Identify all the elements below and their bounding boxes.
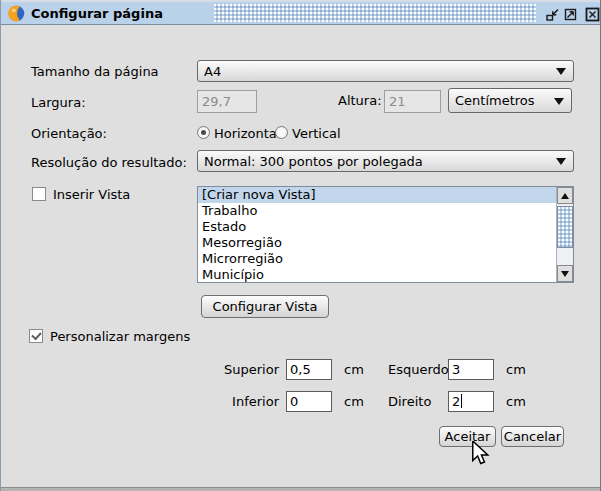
maximize-icon[interactable] [562, 6, 578, 22]
margin-superior-label: Superior [219, 362, 279, 377]
titlebar[interactable]: Configurar página [1, 0, 601, 25]
resolution-select[interactable]: Normal: 300 pontos por polegada [197, 150, 574, 172]
view-list[interactable]: [Criar nova Vista] Trabalho Estado Mesor… [197, 186, 574, 283]
gvsig-logo-icon [8, 5, 25, 22]
list-item[interactable]: Microrregião [198, 251, 573, 267]
customize-margins-checkbox[interactable] [29, 329, 43, 343]
titlebar-texture [214, 4, 536, 22]
list-item[interactable]: Mesorregião [198, 235, 573, 251]
margin-superior-input[interactable] [286, 359, 332, 380]
page-size-label: Tamanho da página [31, 64, 159, 79]
units-value: Centímetros [455, 93, 535, 108]
radio-horizontal-label: Horizontal [214, 126, 280, 141]
resolution-label: Resolução do resultado: [31, 155, 187, 170]
cancel-button[interactable]: Cancelar [501, 426, 564, 447]
margin-inferior-label: Inferior [219, 394, 279, 409]
close-icon[interactable] [584, 6, 600, 22]
view-list-scrollbar[interactable] [556, 187, 573, 282]
page-size-select[interactable]: A4 [197, 60, 574, 82]
resolution-value: Normal: 300 pontos por polegada [204, 154, 423, 169]
radio-vertical-label: Vertical [292, 126, 341, 141]
width-field: 29,7 [197, 90, 257, 113]
customize-margins-label: Personalizar margens [50, 329, 190, 344]
height-value: 21 [389, 94, 406, 109]
window-bottom-border [1, 487, 601, 491]
page-size-value: A4 [204, 64, 221, 79]
insert-view-label: Inserir Vista [53, 187, 130, 202]
margin-esquerdo-input[interactable] [448, 359, 494, 380]
chevron-down-icon [556, 158, 566, 165]
units-select[interactable]: Centímetros [448, 88, 572, 113]
margin-inferior-unit: cm [344, 394, 364, 409]
list-item[interactable]: Trabalho [198, 203, 573, 219]
radio-horizontal[interactable] [197, 126, 210, 139]
width-label: Largura: [31, 95, 86, 110]
window-title: Configurar página [31, 6, 163, 21]
margin-direito-label: Direito [388, 394, 431, 409]
margin-direito-unit: cm [506, 394, 526, 409]
accept-button[interactable]: Aceitar [439, 426, 496, 447]
margin-superior-unit: cm [344, 362, 364, 377]
height-label: Altura: [338, 93, 382, 108]
chevron-down-icon [554, 98, 564, 105]
triangle-up-icon [561, 193, 569, 199]
list-item[interactable]: Estado [198, 219, 573, 235]
list-item[interactable]: [Criar nova Vista] [198, 187, 573, 203]
scroll-up-button[interactable] [557, 187, 573, 204]
minimize-icon[interactable] [544, 6, 560, 22]
list-item[interactable]: Município [198, 267, 573, 283]
triangle-down-icon [561, 271, 569, 277]
page-setup-dialog: Configurar página Tamanho da página A4 L… [0, 0, 601, 491]
scroll-down-button[interactable] [557, 265, 573, 282]
scrollbar-thumb[interactable] [557, 206, 573, 248]
height-field: 21 [384, 90, 441, 113]
configure-view-button[interactable]: Configurar Vista [201, 295, 329, 318]
radio-vertical[interactable] [275, 126, 288, 139]
margin-inferior-input[interactable] [286, 391, 332, 412]
insert-view-checkbox[interactable] [32, 187, 46, 201]
text-caret [461, 394, 462, 408]
margin-direito-input[interactable] [448, 391, 494, 412]
margin-esquerdo-unit: cm [506, 362, 526, 377]
margin-esquerdo-label: Esquerdo [388, 362, 449, 377]
chevron-down-icon [556, 68, 566, 75]
width-value: 29,7 [202, 94, 231, 109]
orientation-label: Orientação: [31, 126, 107, 141]
